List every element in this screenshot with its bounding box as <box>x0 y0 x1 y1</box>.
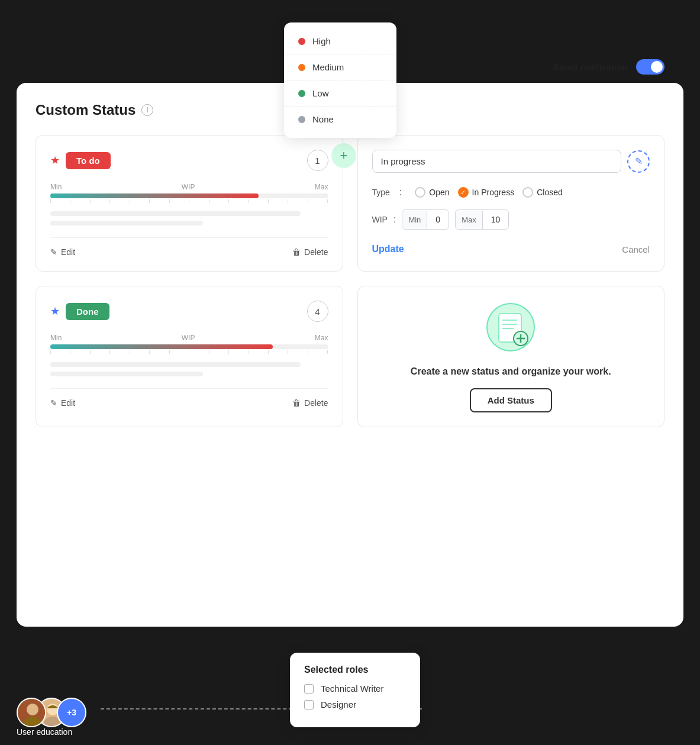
priority-high[interactable]: High <box>284 28 396 54</box>
add-status-description: Create a new status and organize your wo… <box>411 365 611 379</box>
trash-icon: 🗑 <box>292 247 301 257</box>
todo-edit-button[interactable]: ✎ Edit <box>50 247 75 257</box>
avatar-man <box>17 698 46 727</box>
closed-label: Closed <box>537 188 563 197</box>
info-icon[interactable]: i <box>141 104 153 116</box>
todo-progress-bar-bg <box>50 193 328 198</box>
wip-max-value[interactable]: 10 <box>483 210 509 229</box>
wip-label: WIP <box>372 215 388 224</box>
done-progress-track: Min WIP Max <box>50 334 328 354</box>
closed-radio[interactable] <box>522 187 533 198</box>
wip-row: WIP : Min 0 Max 10 <box>372 209 650 230</box>
wip-colon: : <box>393 214 396 225</box>
form-actions: Update Cancel <box>372 244 650 254</box>
todo-progress-bar-fill <box>50 193 259 198</box>
todo-progress-labels: Min WIP Max <box>50 183 328 191</box>
priority-medium[interactable]: Medium <box>284 54 396 80</box>
done-content-lines <box>50 362 328 376</box>
in-progress-edit-card: ✎ Type : Open In Progress Closed <box>357 135 665 272</box>
type-inprogress-option[interactable]: In Progress <box>458 187 515 198</box>
priority-medium-label: Medium <box>312 62 344 72</box>
technical-writer-label: Technical Writer <box>321 683 383 694</box>
wip-min-label: Min <box>402 211 427 229</box>
type-label: Type <box>372 188 390 197</box>
designer-checkbox[interactable] <box>304 700 314 709</box>
priority-high-label: High <box>312 36 331 46</box>
role-designer[interactable]: Designer <box>304 699 406 709</box>
cancel-button[interactable]: Cancel <box>622 244 650 254</box>
email-notification-section: Email notification <box>554 59 664 75</box>
pencil-icon: ✎ <box>50 247 57 257</box>
inprogress-label: In Progress <box>472 188 515 197</box>
add-status-illustration <box>484 301 537 354</box>
role-technical-writer[interactable]: Technical Writer <box>304 683 406 694</box>
todo-tick-marks <box>50 199 328 203</box>
done-progress-bar-fill <box>50 344 273 349</box>
cards-grid: ★ To do 1 Min WIP Max <box>36 135 664 427</box>
selected-roles-title: Selected roles <box>304 665 406 675</box>
done-card-actions: ✎ Edit 🗑 Delete <box>50 388 328 408</box>
done-card-header: ★ Done 4 <box>50 301 328 322</box>
type-row: Type : Open In Progress Closed <box>372 187 650 198</box>
todo-star-icon[interactable]: ★ <box>50 154 60 167</box>
priority-none-label: None <box>312 114 334 124</box>
done-badge: Done <box>66 303 109 320</box>
technical-writer-checkbox[interactable] <box>304 684 314 694</box>
type-open-option[interactable]: Open <box>415 187 449 198</box>
todo-line-1 <box>50 211 301 216</box>
add-status-button[interactable]: Add Status <box>470 388 552 412</box>
priority-low[interactable]: Low <box>284 80 396 107</box>
type-colon: : <box>399 187 402 198</box>
done-line-2 <box>50 372 203 376</box>
done-status-card: ★ Done 4 Min WIP Max <box>36 286 343 427</box>
todo-content-lines <box>50 211 328 225</box>
priority-dropdown: High Medium Low None <box>284 22 396 138</box>
user-education-label: User education <box>17 727 72 737</box>
done-tick-marks <box>50 350 328 354</box>
email-notification-toggle[interactable] <box>636 59 664 75</box>
page-title: Custom Status <box>36 102 136 118</box>
wip-max-label: Max <box>456 211 483 229</box>
done-progress-bar-bg <box>50 344 328 349</box>
todo-badge: To do <box>66 152 111 169</box>
done-delete-button[interactable]: 🗑 Delete <box>292 398 328 408</box>
todo-card-actions: ✎ Edit 🗑 Delete <box>50 237 328 257</box>
email-notification-label: Email notification <box>554 62 628 72</box>
done-pencil-icon: ✎ <box>50 398 57 408</box>
pencil-edit-icon: ✎ <box>635 156 643 167</box>
todo-delete-button[interactable]: 🗑 Delete <box>292 247 328 257</box>
todo-count-badge: 1 <box>307 150 328 171</box>
status-name-input[interactable] <box>372 150 622 173</box>
designer-label: Designer <box>321 699 356 709</box>
svg-point-9 <box>27 704 38 715</box>
add-status-card: Create a new status and organize your wo… <box>357 286 665 427</box>
page-title-row: Custom Status i <box>36 102 153 118</box>
priority-low-label: Low <box>312 88 329 98</box>
done-star-icon[interactable]: ★ <box>50 305 60 318</box>
open-label: Open <box>429 188 449 197</box>
high-dot <box>298 38 305 45</box>
selected-roles-popup: Selected roles Technical Writer Designer <box>290 653 420 727</box>
done-edit-button[interactable]: ✎ Edit <box>50 398 75 408</box>
inprogress-radio[interactable] <box>458 187 469 198</box>
done-line-1 <box>50 362 301 367</box>
wip-min-value[interactable]: 0 <box>427 210 449 229</box>
wip-max-group: Max 10 <box>455 209 509 230</box>
update-button[interactable]: Update <box>372 244 404 254</box>
none-dot <box>298 116 305 123</box>
open-radio[interactable] <box>415 187 425 198</box>
priority-none[interactable]: None <box>284 107 396 132</box>
done-trash-icon: 🗑 <box>292 398 301 408</box>
avatar-extra-count[interactable]: +3 <box>57 698 86 727</box>
done-count-badge: 4 <box>307 301 328 322</box>
medium-dot <box>298 64 305 71</box>
todo-card-header: ★ To do 1 <box>50 150 328 171</box>
add-item-float-button[interactable]: + <box>331 143 356 168</box>
todo-line-2 <box>50 221 203 225</box>
done-progress-labels: Min WIP Max <box>50 334 328 342</box>
low-dot <box>298 90 305 97</box>
edit-icon-button[interactable]: ✎ <box>627 150 650 173</box>
todo-progress-track: Min WIP Max <box>50 183 328 203</box>
type-closed-option[interactable]: Closed <box>522 187 563 198</box>
edit-input-row: ✎ <box>372 150 650 173</box>
